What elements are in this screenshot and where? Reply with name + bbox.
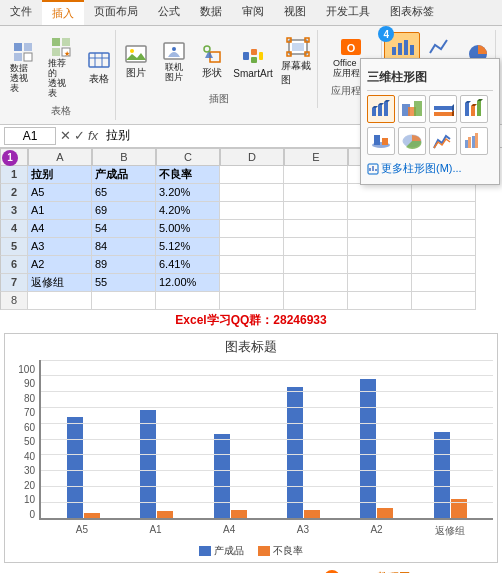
svg-rect-5 bbox=[62, 38, 70, 46]
fx-icon[interactable]: fx bbox=[88, 128, 98, 143]
pivot-table-button[interactable]: 数据透视表 bbox=[5, 37, 41, 97]
cell-a7[interactable]: 返修组 bbox=[28, 274, 92, 292]
col-header-B[interactable]: B bbox=[92, 148, 156, 166]
cell-e3[interactable] bbox=[284, 202, 348, 220]
cell-f3[interactable] bbox=[348, 202, 412, 220]
cell-b6[interactable]: 89 bbox=[92, 256, 156, 274]
cell-c7[interactable]: 12.00% bbox=[156, 274, 220, 292]
tab-insert[interactable]: 插入 bbox=[42, 0, 84, 25]
cell-b3[interactable]: 69 bbox=[92, 202, 156, 220]
cell-e8[interactable] bbox=[284, 292, 348, 310]
cell-f6[interactable] bbox=[348, 256, 412, 274]
cell-b7[interactable]: 55 bbox=[92, 274, 156, 292]
cell-g8[interactable] bbox=[412, 292, 476, 310]
chart-option-3d-3[interactable] bbox=[429, 95, 457, 123]
svg-rect-57 bbox=[374, 135, 380, 145]
cell-g2[interactable] bbox=[412, 184, 476, 202]
col-header-E[interactable]: E bbox=[284, 148, 348, 166]
cell-c8[interactable] bbox=[156, 292, 220, 310]
cell-g7[interactable] bbox=[412, 274, 476, 292]
tab-chart-tag[interactable]: 图表标签 bbox=[380, 0, 444, 25]
more-charts-link[interactable]: 更多柱形图(M)... bbox=[367, 159, 493, 178]
cell-e4[interactable] bbox=[284, 220, 348, 238]
cell-d8[interactable] bbox=[220, 292, 284, 310]
chart-option-3d-7[interactable] bbox=[429, 127, 457, 155]
chart-option-3d-1[interactable] bbox=[367, 95, 395, 123]
cell-d4[interactable] bbox=[220, 220, 284, 238]
cell-f2[interactable] bbox=[348, 184, 412, 202]
chart-option-3d-4[interactable] bbox=[460, 95, 488, 123]
screenshot-button[interactable]: 屏幕截图 bbox=[276, 32, 319, 90]
table-row: 3 A1 69 4.20% bbox=[0, 202, 476, 220]
cell-a3[interactable]: A1 bbox=[28, 202, 92, 220]
row-header-8: 8 bbox=[0, 292, 28, 310]
picture-button[interactable]: 图片 bbox=[118, 39, 154, 83]
cell-f8[interactable] bbox=[348, 292, 412, 310]
ribbon-tabs: 文件 插入 页面布局 公式 数据 审阅 视图 开发工具 图表标签 bbox=[0, 0, 502, 26]
chart-option-3d-8[interactable] bbox=[460, 127, 488, 155]
tab-developer[interactable]: 开发工具 bbox=[316, 0, 380, 25]
smartart-button[interactable]: SmartArt bbox=[232, 41, 275, 82]
cell-d3[interactable] bbox=[220, 202, 284, 220]
cell-g3[interactable] bbox=[412, 202, 476, 220]
tab-view[interactable]: 视图 bbox=[274, 0, 316, 25]
cell-b2[interactable]: 65 bbox=[92, 184, 156, 202]
tab-review[interactable]: 审阅 bbox=[232, 0, 274, 25]
cell-d7[interactable] bbox=[220, 274, 284, 292]
svg-rect-4 bbox=[52, 38, 60, 46]
cell-d1[interactable] bbox=[220, 166, 284, 184]
cell-a8[interactable] bbox=[28, 292, 92, 310]
chart-option-3d-5[interactable] bbox=[367, 127, 395, 155]
legend-defect-label: 不良率 bbox=[273, 544, 303, 558]
col-header-C[interactable]: C bbox=[156, 148, 220, 166]
chart-option-3d-2[interactable] bbox=[398, 95, 426, 123]
cell-c4[interactable]: 5.00% bbox=[156, 220, 220, 238]
screenshot-label: 屏幕截图 bbox=[281, 59, 314, 87]
cell-a6[interactable]: A2 bbox=[28, 256, 92, 274]
cell-e6[interactable] bbox=[284, 256, 348, 274]
cell-f7[interactable] bbox=[348, 274, 412, 292]
x-label-5: 返修组 bbox=[415, 522, 485, 538]
cell-a2[interactable]: A5 bbox=[28, 184, 92, 202]
cell-d5[interactable] bbox=[220, 238, 284, 256]
cell-b8[interactable] bbox=[92, 292, 156, 310]
cell-a4[interactable]: A4 bbox=[28, 220, 92, 238]
cell-c5[interactable]: 5.12% bbox=[156, 238, 220, 256]
chart-option-3d-6[interactable] bbox=[398, 127, 426, 155]
cell-d6[interactable] bbox=[220, 256, 284, 274]
shapes-button[interactable]: 形状 bbox=[194, 39, 230, 83]
cell-d2[interactable] bbox=[220, 184, 284, 202]
cell-c6[interactable]: 6.41% bbox=[156, 256, 220, 274]
confirm-icon[interactable]: ✓ bbox=[74, 128, 85, 143]
cell-b5[interactable]: 84 bbox=[92, 238, 156, 256]
tab-file[interactable]: 文件 bbox=[0, 0, 42, 25]
cancel-icon[interactable]: ✕ bbox=[60, 128, 71, 143]
cell-e2[interactable] bbox=[284, 184, 348, 202]
cell-a1[interactable]: 拉别 bbox=[28, 166, 92, 184]
cell-c3[interactable]: 4.20% bbox=[156, 202, 220, 220]
cell-c2[interactable]: 3.20% bbox=[156, 184, 220, 202]
cell-b1[interactable]: 产成品 bbox=[92, 166, 156, 184]
recommended-pivot-button[interactable]: ★ 推荐的透视表 bbox=[43, 32, 79, 102]
cell-e1[interactable] bbox=[284, 166, 348, 184]
cell-g4[interactable] bbox=[412, 220, 476, 238]
cell-g6[interactable] bbox=[412, 256, 476, 274]
group-table: 数据透视表 ★ 推荐的透视表 表格 表格 bbox=[6, 30, 116, 120]
row-header-3: 3 bbox=[0, 202, 28, 220]
table-button[interactable]: 表格 bbox=[81, 45, 117, 89]
online-picture-button[interactable]: 联机图片 bbox=[156, 36, 192, 86]
cell-b4[interactable]: 54 bbox=[92, 220, 156, 238]
cell-f5[interactable] bbox=[348, 238, 412, 256]
col-header-A[interactable]: A bbox=[28, 148, 92, 166]
cell-e5[interactable] bbox=[284, 238, 348, 256]
cell-g5[interactable] bbox=[412, 238, 476, 256]
cell-f4[interactable] bbox=[348, 220, 412, 238]
cell-a5[interactable]: A3 bbox=[28, 238, 92, 256]
cell-e7[interactable] bbox=[284, 274, 348, 292]
tab-data[interactable]: 数据 bbox=[190, 0, 232, 25]
cell-c1[interactable]: 不良率 bbox=[156, 166, 220, 184]
tab-formula[interactable]: 公式 bbox=[148, 0, 190, 25]
col-header-D[interactable]: D bbox=[220, 148, 284, 166]
cell-reference[interactable] bbox=[4, 127, 56, 145]
tab-page-layout[interactable]: 页面布局 bbox=[84, 0, 148, 25]
